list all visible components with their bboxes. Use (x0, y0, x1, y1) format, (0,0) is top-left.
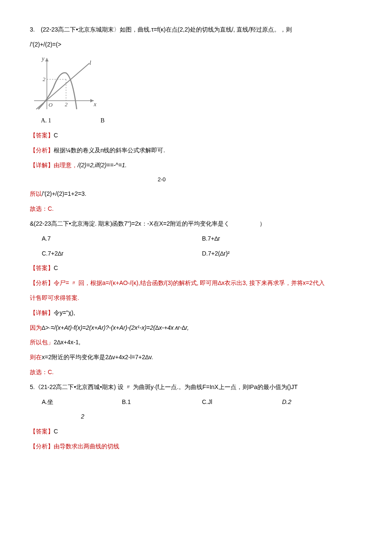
q3-detail-2: 所以/'(2)+/(2)=1+2=3. (30, 187, 362, 200)
detail-text-4b: x=2附近的平均变化率是2∆v+4x2-l=7+2∆v. (42, 354, 153, 360)
so-label: 所以 (30, 190, 42, 197)
curve-tangent-graph: 2 2 O x y l (30, 54, 98, 113)
q5-stem: 5.《21-22高二下•北京西城•期末) 设 〃 为曲斑y·(f上一点.。为曲线… (30, 381, 362, 394)
q3-option-a: A. 1 (41, 114, 101, 128)
q3-stem-line1: 3. (22-23高二下•北京东城期末〉如图，曲线.τ=f(κ)在点(2,2)处… (30, 23, 362, 36)
detail-label: 【详解】 (30, 309, 54, 316)
q5-option-a: A.坐 (42, 395, 122, 409)
q4-choose: 故选：C. (30, 366, 362, 379)
detail-text-2: /'(2)+/(2)=1+2=3. (42, 190, 86, 197)
analysis-label: 【分析】 (30, 443, 54, 450)
q3-figure: 2 2 O x y l (30, 54, 362, 113)
q3-stem-line2: /'(2)+/(2)=(> (30, 38, 362, 51)
svg-text:x: x (93, 101, 97, 108)
q5-options: A.坐 B.1 C.Jl D.2 (42, 395, 362, 409)
detail-text-1: 令y="χ), (54, 309, 75, 316)
q5-option-b: B.1 (122, 395, 202, 409)
detail-text-2b: ∆>·=/(x+At)-f(x)=2(x+Ar)?-(x+Ar)-(2x¹-x)… (42, 324, 189, 331)
q5-analysis: 【分析】由导数求出两曲线的切线 (30, 440, 362, 453)
answer-label: 【答案】 (30, 264, 54, 271)
q4-options-row2: C.7+2∆r D.7+2(∆r)² (42, 247, 362, 260)
q4-option-a: A.7 (42, 232, 202, 245)
q3-detail-1c: 2-0 (158, 174, 362, 186)
q5-option-d: D.2 (282, 395, 362, 409)
detail-text-a: 由理意， (54, 162, 78, 169)
q4-stem: &(22-23高二下•北京海淀. 期末)函数7")=2x：-X在X=2附近的平均… (30, 217, 362, 230)
q4-detail-2: 因为∆>·=/(x+At)-f(x)=2(x+Ar)?-(x+Ar)-(2x¹-… (30, 321, 362, 334)
q4-detail-4: 则在x=2附近的平均变化率是2∆v+4x2-l=7+2∆v. (30, 351, 362, 364)
svg-text:2: 2 (65, 101, 68, 108)
svg-text:O: O (49, 102, 53, 108)
q4-detail-3: 所以包」2∆x+4x-1, (30, 336, 362, 349)
svg-line-4 (36, 63, 89, 109)
q3-options-ab: A. 1 B (41, 114, 362, 128)
answer-label: 【答案】 (30, 132, 54, 139)
q3-option-b: B (101, 114, 104, 128)
q4-analysis-2: 计售即可求得答案. (30, 291, 362, 305)
q4-analysis-1: 【分析】令尸= 〃 回，根据a=/(κ+AO-/(κ),结合函数/(3)的解析式… (30, 276, 362, 290)
q3-detail-1: 【详解】由理意，/(2)=2,ilf(2)==-^=1. (30, 159, 362, 172)
q4-options-row1: A.7 B.7+∆r (42, 232, 362, 245)
q3-analysis: 【分析】根据¼数的卷义及n线的斜率公式求解即可. (30, 144, 362, 157)
svg-text:y: y (41, 55, 45, 62)
q5-option-c: C.Jl (202, 395, 282, 409)
answer-value: C (54, 428, 58, 435)
svg-text:2: 2 (43, 76, 46, 82)
q4-option-d: D.7+2(∆r)² (202, 247, 362, 260)
answer-value: C (54, 264, 58, 271)
because-label: 因为 (30, 324, 42, 331)
q5-option-a-denom: 2 (81, 410, 362, 423)
q5-answer: 【答案】C (30, 425, 362, 438)
so-label: 所以包」 (30, 339, 54, 346)
q4-option-c: C.7+2∆r (42, 247, 202, 260)
detail-label: 【详解】 (30, 162, 54, 169)
svg-text:l: l (89, 60, 91, 66)
q4-detail-1: 【详解】令y="χ), (30, 306, 362, 320)
analysis-label: 【分析】 (30, 147, 54, 154)
detail-text-b: /(2)=2,ilf(2)==-^=1. (78, 162, 127, 169)
detail-text-3b: 2∆x+4x-1, (54, 339, 81, 346)
q4-option-b: B.7+∆r (202, 232, 362, 245)
q4-answer: 【答案】C (30, 262, 362, 275)
svg-marker-1 (90, 99, 94, 102)
answer-value: C (54, 132, 58, 139)
analysis-text: 由导数求出两曲线的切线 (54, 443, 119, 450)
analysis-label: 【分析】 (30, 279, 54, 286)
analysis-text-a: 令尸= 〃 回，根据a=/(κ+AO-/(κ),结合函数/(3)的解析式, 即可… (54, 279, 325, 286)
q3-answer: 【答案】C (30, 129, 362, 142)
svg-marker-3 (45, 58, 49, 61)
analysis-text: 根据¼数的卷义及n线的斜率公式求解即可. (54, 147, 165, 154)
then-label: 则在 (30, 354, 42, 360)
q3-choose: 故选：C. (30, 202, 362, 215)
answer-label: 【答案】 (30, 428, 54, 435)
